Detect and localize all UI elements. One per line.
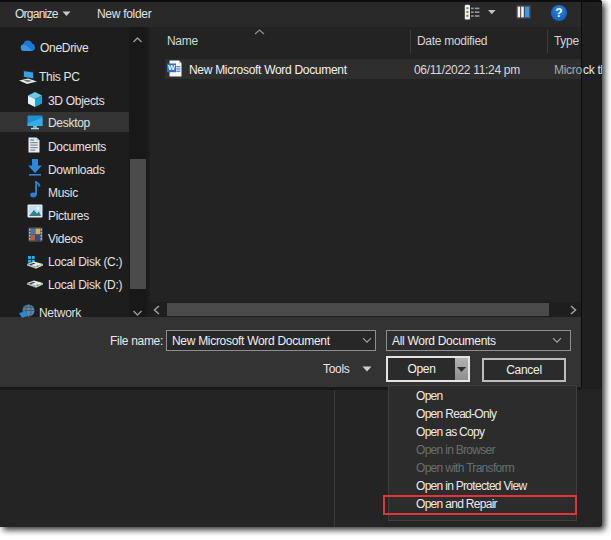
svg-text:W: W: [168, 63, 176, 72]
